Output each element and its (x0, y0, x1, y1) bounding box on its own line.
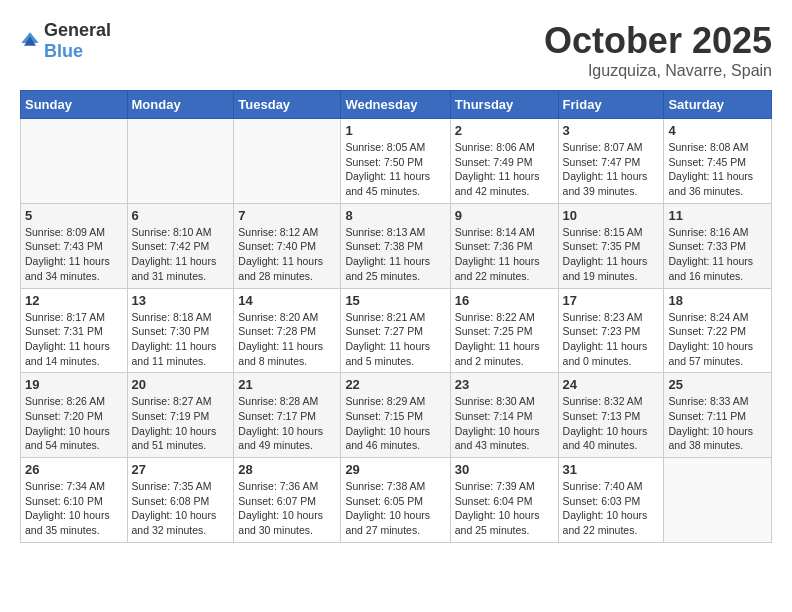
day-number: 19 (25, 377, 123, 392)
day-number: 16 (455, 293, 554, 308)
day-number: 18 (668, 293, 767, 308)
table-row: 17Sunrise: 8:23 AM Sunset: 7:23 PM Dayli… (558, 288, 664, 373)
weekday-header-row: Sunday Monday Tuesday Wednesday Thursday… (21, 91, 772, 119)
day-info: Sunrise: 8:29 AM Sunset: 7:15 PM Dayligh… (345, 394, 445, 453)
table-row: 25Sunrise: 8:33 AM Sunset: 7:11 PM Dayli… (664, 373, 772, 458)
day-number: 3 (563, 123, 660, 138)
table-row: 4Sunrise: 8:08 AM Sunset: 7:45 PM Daylig… (664, 119, 772, 204)
day-info: Sunrise: 8:14 AM Sunset: 7:36 PM Dayligh… (455, 225, 554, 284)
table-row: 16Sunrise: 8:22 AM Sunset: 7:25 PM Dayli… (450, 288, 558, 373)
day-info: Sunrise: 8:20 AM Sunset: 7:28 PM Dayligh… (238, 310, 336, 369)
calendar-week-row: 1Sunrise: 8:05 AM Sunset: 7:50 PM Daylig… (21, 119, 772, 204)
day-number: 5 (25, 208, 123, 223)
header-friday: Friday (558, 91, 664, 119)
table-row: 21Sunrise: 8:28 AM Sunset: 7:17 PM Dayli… (234, 373, 341, 458)
table-row: 22Sunrise: 8:29 AM Sunset: 7:15 PM Dayli… (341, 373, 450, 458)
table-row: 9Sunrise: 8:14 AM Sunset: 7:36 PM Daylig… (450, 203, 558, 288)
day-info: Sunrise: 8:06 AM Sunset: 7:49 PM Dayligh… (455, 140, 554, 199)
day-info: Sunrise: 8:13 AM Sunset: 7:38 PM Dayligh… (345, 225, 445, 284)
table-row: 31Sunrise: 7:40 AM Sunset: 6:03 PM Dayli… (558, 458, 664, 543)
day-info: Sunrise: 7:36 AM Sunset: 6:07 PM Dayligh… (238, 479, 336, 538)
day-info: Sunrise: 8:28 AM Sunset: 7:17 PM Dayligh… (238, 394, 336, 453)
table-row: 24Sunrise: 8:32 AM Sunset: 7:13 PM Dayli… (558, 373, 664, 458)
day-info: Sunrise: 7:40 AM Sunset: 6:03 PM Dayligh… (563, 479, 660, 538)
day-number: 20 (132, 377, 230, 392)
header-sunday: Sunday (21, 91, 128, 119)
title-area: October 2025 Iguzquiza, Navarre, Spain (544, 20, 772, 80)
day-info: Sunrise: 8:16 AM Sunset: 7:33 PM Dayligh… (668, 225, 767, 284)
day-info: Sunrise: 8:17 AM Sunset: 7:31 PM Dayligh… (25, 310, 123, 369)
day-info: Sunrise: 8:07 AM Sunset: 7:47 PM Dayligh… (563, 140, 660, 199)
day-info: Sunrise: 7:35 AM Sunset: 6:08 PM Dayligh… (132, 479, 230, 538)
day-info: Sunrise: 8:05 AM Sunset: 7:50 PM Dayligh… (345, 140, 445, 199)
calendar-week-row: 5Sunrise: 8:09 AM Sunset: 7:43 PM Daylig… (21, 203, 772, 288)
location-title: Iguzquiza, Navarre, Spain (544, 62, 772, 80)
day-info: Sunrise: 8:26 AM Sunset: 7:20 PM Dayligh… (25, 394, 123, 453)
header-tuesday: Tuesday (234, 91, 341, 119)
day-number: 2 (455, 123, 554, 138)
table-row: 28Sunrise: 7:36 AM Sunset: 6:07 PM Dayli… (234, 458, 341, 543)
month-title: October 2025 (544, 20, 772, 62)
day-number: 1 (345, 123, 445, 138)
table-row (127, 119, 234, 204)
table-row: 15Sunrise: 8:21 AM Sunset: 7:27 PM Dayli… (341, 288, 450, 373)
table-row: 26Sunrise: 7:34 AM Sunset: 6:10 PM Dayli… (21, 458, 128, 543)
day-number: 29 (345, 462, 445, 477)
logo-icon (20, 31, 40, 51)
table-row (664, 458, 772, 543)
table-row: 18Sunrise: 8:24 AM Sunset: 7:22 PM Dayli… (664, 288, 772, 373)
table-row: 1Sunrise: 8:05 AM Sunset: 7:50 PM Daylig… (341, 119, 450, 204)
day-number: 6 (132, 208, 230, 223)
table-row: 14Sunrise: 8:20 AM Sunset: 7:28 PM Dayli… (234, 288, 341, 373)
table-row: 6Sunrise: 8:10 AM Sunset: 7:42 PM Daylig… (127, 203, 234, 288)
day-number: 14 (238, 293, 336, 308)
day-info: Sunrise: 8:23 AM Sunset: 7:23 PM Dayligh… (563, 310, 660, 369)
day-info: Sunrise: 7:38 AM Sunset: 6:05 PM Dayligh… (345, 479, 445, 538)
header-thursday: Thursday (450, 91, 558, 119)
day-info: Sunrise: 8:12 AM Sunset: 7:40 PM Dayligh… (238, 225, 336, 284)
calendar-week-row: 12Sunrise: 8:17 AM Sunset: 7:31 PM Dayli… (21, 288, 772, 373)
calendar-week-row: 19Sunrise: 8:26 AM Sunset: 7:20 PM Dayli… (21, 373, 772, 458)
day-info: Sunrise: 8:10 AM Sunset: 7:42 PM Dayligh… (132, 225, 230, 284)
calendar-table: Sunday Monday Tuesday Wednesday Thursday… (20, 90, 772, 543)
day-number: 13 (132, 293, 230, 308)
day-info: Sunrise: 8:32 AM Sunset: 7:13 PM Dayligh… (563, 394, 660, 453)
day-number: 9 (455, 208, 554, 223)
day-info: Sunrise: 8:27 AM Sunset: 7:19 PM Dayligh… (132, 394, 230, 453)
table-row (234, 119, 341, 204)
day-number: 4 (668, 123, 767, 138)
day-number: 15 (345, 293, 445, 308)
day-number: 10 (563, 208, 660, 223)
day-number: 23 (455, 377, 554, 392)
day-number: 28 (238, 462, 336, 477)
table-row: 5Sunrise: 8:09 AM Sunset: 7:43 PM Daylig… (21, 203, 128, 288)
day-number: 27 (132, 462, 230, 477)
day-info: Sunrise: 8:33 AM Sunset: 7:11 PM Dayligh… (668, 394, 767, 453)
day-number: 22 (345, 377, 445, 392)
table-row: 10Sunrise: 8:15 AM Sunset: 7:35 PM Dayli… (558, 203, 664, 288)
page-header: General Blue October 2025 Iguzquiza, Nav… (20, 20, 772, 80)
day-number: 25 (668, 377, 767, 392)
day-number: 21 (238, 377, 336, 392)
table-row: 20Sunrise: 8:27 AM Sunset: 7:19 PM Dayli… (127, 373, 234, 458)
day-info: Sunrise: 7:39 AM Sunset: 6:04 PM Dayligh… (455, 479, 554, 538)
day-info: Sunrise: 7:34 AM Sunset: 6:10 PM Dayligh… (25, 479, 123, 538)
day-number: 30 (455, 462, 554, 477)
day-info: Sunrise: 8:24 AM Sunset: 7:22 PM Dayligh… (668, 310, 767, 369)
logo-blue-text: Blue (44, 41, 83, 61)
day-number: 24 (563, 377, 660, 392)
header-saturday: Saturday (664, 91, 772, 119)
day-info: Sunrise: 8:09 AM Sunset: 7:43 PM Dayligh… (25, 225, 123, 284)
table-row: 23Sunrise: 8:30 AM Sunset: 7:14 PM Dayli… (450, 373, 558, 458)
day-number: 17 (563, 293, 660, 308)
day-info: Sunrise: 8:15 AM Sunset: 7:35 PM Dayligh… (563, 225, 660, 284)
table-row: 2Sunrise: 8:06 AM Sunset: 7:49 PM Daylig… (450, 119, 558, 204)
table-row: 19Sunrise: 8:26 AM Sunset: 7:20 PM Dayli… (21, 373, 128, 458)
table-row: 3Sunrise: 8:07 AM Sunset: 7:47 PM Daylig… (558, 119, 664, 204)
day-number: 11 (668, 208, 767, 223)
day-number: 7 (238, 208, 336, 223)
table-row: 8Sunrise: 8:13 AM Sunset: 7:38 PM Daylig… (341, 203, 450, 288)
day-info: Sunrise: 8:18 AM Sunset: 7:30 PM Dayligh… (132, 310, 230, 369)
calendar-week-row: 26Sunrise: 7:34 AM Sunset: 6:10 PM Dayli… (21, 458, 772, 543)
header-monday: Monday (127, 91, 234, 119)
